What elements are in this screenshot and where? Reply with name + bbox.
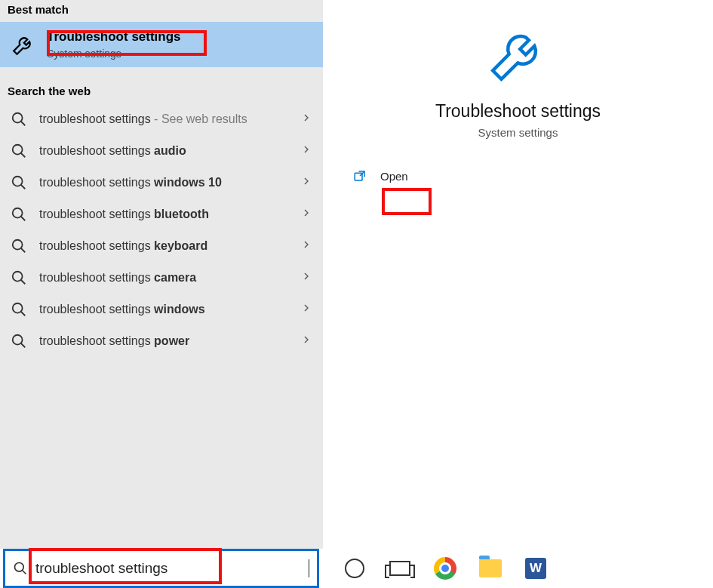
- best-match-item[interactable]: Troubleshoot settings System settings: [0, 22, 323, 68]
- web-result-label: troubleshoot settings windows 10: [39, 176, 288, 189]
- web-result-item[interactable]: troubleshoot settings camera: [0, 262, 323, 294]
- web-result-item[interactable]: troubleshoot settings - See web results: [0, 103, 323, 135]
- search-results-pane: Best match Troubleshoot settings System …: [0, 0, 323, 549]
- web-result-label: troubleshoot settings power: [39, 334, 288, 348]
- wrench-icon: [484, 20, 552, 88]
- web-result-label: troubleshoot settings bluetooth: [39, 208, 288, 221]
- search-icon: [13, 561, 28, 576]
- chevron-right-icon: [300, 334, 312, 349]
- svg-point-6: [13, 208, 23, 218]
- search-icon: [11, 174, 27, 191]
- word-app-icon[interactable]: W: [523, 556, 549, 581]
- search-icon: [11, 333, 27, 349]
- open-icon: [352, 169, 368, 183]
- svg-point-12: [13, 303, 23, 313]
- svg-point-10: [13, 272, 23, 282]
- taskbar: W: [0, 549, 713, 588]
- wrench-icon: [11, 32, 36, 57]
- search-web-header: Search the web: [0, 82, 323, 103]
- file-explorer-app-icon[interactable]: [478, 556, 503, 581]
- svg-line-1: [21, 122, 26, 126]
- svg-line-15: [21, 343, 26, 348]
- chevron-right-icon: [300, 112, 312, 127]
- svg-line-18: [23, 571, 26, 574]
- task-view-button[interactable]: [387, 556, 413, 581]
- open-action[interactable]: Open: [346, 162, 690, 190]
- preview-subtitle: System settings: [478, 126, 558, 139]
- svg-line-5: [21, 185, 26, 189]
- svg-line-11: [21, 280, 26, 285]
- svg-point-14: [13, 335, 23, 345]
- web-result-item[interactable]: troubleshoot settings power: [0, 325, 323, 357]
- chevron-right-icon: [300, 239, 312, 254]
- web-result-item[interactable]: troubleshoot settings bluetooth: [0, 199, 323, 230]
- web-result-label: troubleshoot settings windows: [39, 303, 288, 316]
- svg-line-3: [21, 153, 26, 158]
- search-icon: [11, 111, 27, 128]
- preview-pane: Troubleshoot settings System settings Op…: [323, 0, 713, 549]
- search-icon: [11, 269, 27, 286]
- web-result-item[interactable]: troubleshoot settings keyboard: [0, 230, 323, 262]
- svg-line-13: [21, 312, 26, 316]
- search-icon: [11, 301, 27, 318]
- best-match-title: Troubleshoot settings: [47, 29, 181, 45]
- chevron-right-icon: [300, 143, 312, 159]
- web-result-label: troubleshoot settings keyboard: [39, 239, 288, 253]
- chevron-right-icon: [300, 302, 312, 317]
- best-match-subtitle: System settings: [47, 48, 181, 60]
- svg-line-9: [21, 248, 26, 253]
- preview-title: Troubleshoot settings: [435, 101, 601, 122]
- chevron-right-icon: [300, 270, 312, 285]
- chevron-right-icon: [300, 207, 312, 222]
- search-icon: [11, 206, 27, 223]
- web-result-item[interactable]: troubleshoot settings windows 10: [0, 167, 323, 199]
- cortana-button[interactable]: [342, 556, 367, 581]
- chrome-app-icon[interactable]: [432, 556, 458, 581]
- search-icon: [11, 143, 27, 159]
- svg-point-4: [13, 177, 23, 186]
- svg-point-0: [13, 113, 23, 123]
- web-result-label: troubleshoot settings camera: [39, 271, 288, 285]
- svg-point-2: [13, 145, 23, 155]
- svg-line-7: [21, 217, 26, 221]
- web-result-label: troubleshoot settings audio: [39, 144, 288, 158]
- svg-point-8: [13, 240, 23, 250]
- open-label: Open: [380, 170, 408, 183]
- best-match-header: Best match: [0, 0, 323, 22]
- web-result-label: troubleshoot settings - See web results: [39, 112, 288, 126]
- search-icon: [11, 238, 27, 254]
- taskbar-search-box[interactable]: [3, 549, 319, 588]
- svg-point-17: [15, 563, 24, 572]
- web-result-item[interactable]: troubleshoot settings audio: [0, 135, 323, 167]
- chevron-right-icon: [300, 175, 312, 190]
- search-input[interactable]: [35, 560, 301, 577]
- web-result-item[interactable]: troubleshoot settings windows: [0, 294, 323, 325]
